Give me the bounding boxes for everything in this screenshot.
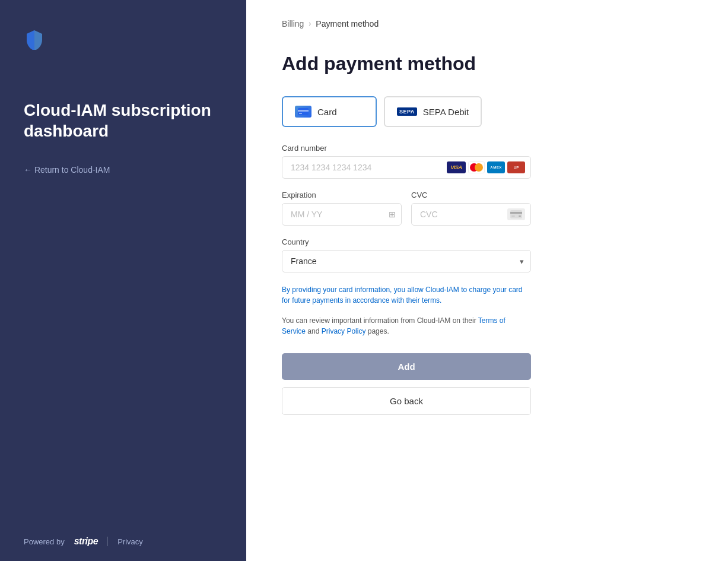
privacy-policy-link[interactable]: Privacy Policy bbox=[322, 327, 366, 335]
cvc-card-icon bbox=[507, 208, 525, 220]
card-tab-icon bbox=[295, 106, 311, 118]
terms-text-before: You can review important information fro… bbox=[282, 316, 478, 325]
stripe-logo: stripe bbox=[74, 536, 98, 547]
page-title: Add payment method bbox=[282, 52, 692, 75]
country-label: Country bbox=[282, 237, 531, 246]
sidebar-title: Cloud-IAM subscription dashboard bbox=[0, 52, 246, 141]
mastercard-icon bbox=[468, 161, 485, 173]
expiration-input-wrapper: ⊞ bbox=[282, 203, 402, 226]
svg-rect-2 bbox=[299, 113, 302, 114]
country-field-group: Country France Germany United Kingdom Sp… bbox=[282, 237, 531, 272]
return-to-app-link[interactable]: ← Return to Cloud-IAM bbox=[0, 141, 246, 175]
cvc-input-wrapper bbox=[411, 203, 531, 226]
payment-method-tabs: Card SEPA SEPA Debit bbox=[282, 96, 531, 127]
country-select-wrapper: France Germany United Kingdom Spain Ital… bbox=[282, 250, 531, 272]
terms-text: You can review important information fro… bbox=[282, 315, 531, 337]
terms-text-after: pages. bbox=[365, 327, 389, 335]
visa-icon: VISA bbox=[447, 161, 466, 173]
svg-rect-1 bbox=[298, 110, 309, 112]
cvc-label: CVC bbox=[411, 191, 531, 199]
terms-text-middle: and bbox=[306, 327, 322, 335]
amex-icon: AMEX bbox=[487, 161, 505, 173]
footer-divider bbox=[107, 537, 108, 546]
go-back-button[interactable]: Go back bbox=[282, 387, 531, 415]
unionpay-icon: UP bbox=[507, 161, 525, 173]
calendar-icon: ⊞ bbox=[389, 210, 396, 219]
app-logo-icon bbox=[24, 28, 45, 50]
svg-rect-6 bbox=[519, 215, 521, 217]
expiration-input[interactable] bbox=[282, 203, 402, 226]
breadcrumb-chevron-icon: › bbox=[309, 20, 311, 28]
card-number-input-wrapper: VISA AMEX UP bbox=[282, 156, 531, 179]
payment-form: Card SEPA SEPA Debit Card number VISA bbox=[282, 96, 531, 415]
breadcrumb-billing[interactable]: Billing bbox=[282, 19, 304, 28]
expiry-cvc-row: Expiration ⊞ CVC bbox=[282, 191, 531, 226]
tab-card-label: Card bbox=[317, 107, 337, 117]
expiration-field-group: Expiration ⊞ bbox=[282, 191, 402, 226]
breadcrumb: Billing › Payment method bbox=[282, 0, 692, 52]
right-panel: Billing › Payment method Add payment met… bbox=[246, 0, 728, 561]
logo-area bbox=[0, 0, 246, 52]
privacy-link[interactable]: Privacy bbox=[117, 537, 143, 546]
sidebar-footer: Powered by stripe Privacy bbox=[0, 522, 246, 561]
country-select[interactable]: France Germany United Kingdom Spain Ital… bbox=[282, 250, 531, 272]
sepa-badge: SEPA bbox=[397, 107, 417, 116]
breadcrumb-current: Payment method bbox=[316, 19, 379, 28]
tab-sepa-label: SEPA Debit bbox=[423, 107, 469, 117]
card-brand-icons: VISA AMEX UP bbox=[447, 161, 525, 173]
cvc-field-group: CVC bbox=[411, 191, 531, 226]
svg-rect-5 bbox=[511, 215, 515, 217]
svg-rect-4 bbox=[510, 212, 522, 214]
svg-rect-3 bbox=[510, 210, 522, 218]
powered-by-label: Powered by bbox=[24, 537, 65, 546]
left-panel: Cloud-IAM subscription dashboard ← Retur… bbox=[0, 0, 246, 561]
expiration-label: Expiration bbox=[282, 191, 402, 199]
card-number-label: Card number bbox=[282, 144, 531, 153]
tab-card[interactable]: Card bbox=[282, 96, 377, 127]
consent-text: By providing your card information, you … bbox=[282, 284, 531, 306]
add-payment-button[interactable]: Add bbox=[282, 353, 531, 380]
card-number-field-group: Card number VISA AMEX UP bbox=[282, 144, 531, 179]
tab-sepa[interactable]: SEPA SEPA Debit bbox=[384, 96, 482, 127]
